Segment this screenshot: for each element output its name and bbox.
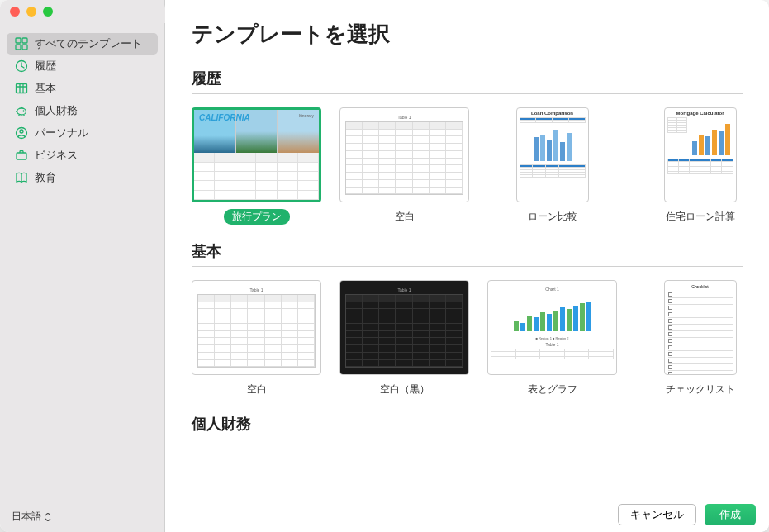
svg-point-12 [20, 130, 23, 133]
template-thumbnail: CALIFORNIAItinerary [192, 107, 321, 202]
close-icon[interactable] [10, 7, 20, 17]
chevron-updown-icon [45, 513, 51, 521]
sidebar-item-label: パーソナル [35, 126, 88, 140]
sidebar-item-5[interactable]: ビジネス [7, 145, 158, 166]
sidebar-item-4[interactable]: パーソナル [7, 122, 158, 144]
template-thumbnail: Checklist [664, 280, 737, 375]
svg-rect-2 [16, 45, 21, 50]
clock-icon [15, 59, 28, 73]
sidebar-item-6[interactable]: 教育 [7, 167, 158, 188]
template-card[interactable]: Checklistチェックリスト [635, 280, 765, 397]
language-picker[interactable]: 日本語 [0, 501, 164, 532]
template-grid-1: Table 1空白Table 1空白（黒）Chart 1■ Region 1 ■… [192, 270, 769, 404]
template-grid-0: CALIFORNIAItinerary旅行プランTable 1空白Loan Co… [192, 97, 769, 231]
template-label: 住宅ローン計算 [657, 209, 743, 225]
main-panel: テンプレートを選択 履歴CALIFORNIAItinerary旅行プランTabl… [165, 0, 769, 532]
template-label: 表とグラフ [520, 382, 586, 397]
language-label: 日本語 [12, 510, 41, 524]
cancel-button[interactable]: キャンセル [618, 504, 696, 525]
template-scroll[interactable]: 履歴CALIFORNIAItinerary旅行プランTable 1空白Loan … [165, 59, 769, 496]
grid-icon [15, 37, 28, 50]
sidebar-item-label: 基本 [35, 81, 56, 96]
page-title: テンプレートを選択 [192, 20, 743, 49]
sidebar-item-label: 教育 [35, 170, 56, 185]
template-card[interactable]: Mortgage Calculator住宅ローン計算 [635, 107, 765, 225]
template-card[interactable]: Table 1空白（黒） [339, 280, 469, 397]
template-thumbnail: Chart 1■ Region 1 ■ Region 2Table 1 [487, 280, 617, 375]
svg-rect-1 [22, 38, 27, 43]
template-card[interactable]: CALIFORNIAItinerary旅行プラン [192, 107, 321, 225]
template-label: 空白 [387, 209, 423, 225]
sidebar-item-label: すべてのテンプレート [35, 36, 142, 51]
sidebar-item-0[interactable]: すべてのテンプレート [7, 33, 158, 55]
zoom-icon[interactable] [43, 7, 53, 17]
sidebar-item-label: ビジネス [35, 148, 78, 163]
svg-rect-13 [17, 153, 26, 159]
template-thumbnail: Mortgage Calculator [664, 107, 737, 202]
category-nav: すべてのテンプレート履歴基本個人財務パーソナルビジネス教育 [0, 30, 164, 501]
sidebar-item-3[interactable]: 個人財務 [7, 100, 158, 121]
template-label: 空白 [239, 382, 275, 397]
section-title-0: 履歴 [192, 69, 743, 94]
template-thumbnail: Table 1 [192, 280, 321, 375]
template-thumbnail: Table 1 [339, 107, 469, 202]
minimize-icon[interactable] [26, 7, 36, 17]
template-label: チェックリスト [657, 382, 743, 397]
svg-rect-0 [16, 38, 21, 43]
template-card[interactable]: Table 1空白 [339, 107, 469, 225]
section-title-2: 個人財務 [192, 414, 743, 439]
svg-point-9 [17, 108, 26, 115]
template-thumbnail: Loan Comparison [516, 107, 589, 202]
svg-point-10 [23, 110, 25, 112]
template-card[interactable]: Chart 1■ Region 1 ■ Region 2Table 1表とグラフ [487, 280, 617, 397]
briefcase-icon [15, 149, 28, 162]
sidebar-item-label: 個人財務 [35, 103, 78, 118]
template-label: 旅行プラン [224, 209, 290, 225]
piggy-icon [15, 104, 28, 117]
svg-rect-3 [22, 45, 27, 50]
template-card[interactable]: Loan Comparisonローン比較 [487, 107, 617, 225]
book-icon [15, 171, 28, 184]
template-thumbnail: Table 1 [339, 280, 469, 375]
template-card[interactable]: Table 1空白 [192, 280, 321, 397]
svg-rect-5 [17, 84, 27, 93]
footer: キャンセル 作成 [165, 496, 769, 532]
titlebar [0, 0, 165, 23]
section-title-1: 基本 [192, 241, 743, 267]
sidebar-item-1[interactable]: 履歴 [7, 55, 158, 77]
create-button[interactable]: 作成 [705, 504, 756, 525]
sidebar: すべてのテンプレート履歴基本個人財務パーソナルビジネス教育 日本語 [0, 0, 165, 532]
template-chooser-window: すべてのテンプレート履歴基本個人財務パーソナルビジネス教育 日本語 テンプレート… [0, 0, 769, 532]
person-icon [15, 126, 28, 140]
template-label: ローン比較 [520, 209, 586, 225]
table-icon [15, 82, 28, 95]
sidebar-item-label: 履歴 [35, 59, 56, 74]
template-label: 空白（黒） [372, 382, 438, 397]
sidebar-item-2[interactable]: 基本 [7, 78, 158, 99]
